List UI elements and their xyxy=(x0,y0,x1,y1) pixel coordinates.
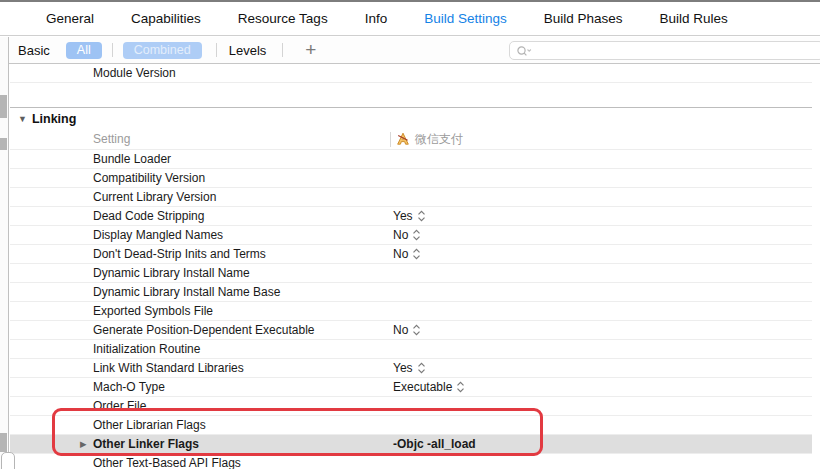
filter-basic-button[interactable]: Basic xyxy=(18,43,50,58)
table-row[interactable]: Don't Dead-Strip Inits and TermsNo xyxy=(10,245,812,264)
setting-name: Don't Dead-Strip Inits and Terms xyxy=(93,247,266,261)
table-row[interactable]: Order File xyxy=(10,397,812,416)
stepper-icon[interactable] xyxy=(417,362,426,374)
filter-all-button[interactable]: All xyxy=(66,42,102,59)
tab-build-settings[interactable]: Build Settings xyxy=(424,11,507,26)
target-name: 微信支付 xyxy=(415,131,463,148)
tab-capabilities[interactable]: Capabilities xyxy=(131,11,201,26)
column-header-setting[interactable]: Setting xyxy=(93,129,130,149)
tab-general[interactable]: General xyxy=(46,11,94,26)
tab-info[interactable]: Info xyxy=(365,11,388,26)
filter-divider xyxy=(112,43,113,57)
table-row[interactable]: Compatibility Version xyxy=(10,169,812,188)
setting-name: Compatibility Version xyxy=(93,171,205,185)
setting-name: Other Linker Flags xyxy=(93,437,199,451)
setting-name: Dead Code Stripping xyxy=(93,209,204,223)
search-icon xyxy=(516,45,532,57)
xcode-project-icon xyxy=(396,132,410,146)
setting-name: Other Text-Based API Flags xyxy=(93,456,241,469)
setting-name: Current Library Version xyxy=(93,190,216,204)
navigator-edge-strip xyxy=(0,37,9,469)
table-row[interactable]: Exported Symbols File xyxy=(10,302,812,321)
setting-value[interactable]: Yes xyxy=(393,359,426,377)
setting-value[interactable]: No xyxy=(393,321,421,339)
filter-divider xyxy=(216,43,217,57)
build-settings-table: Module Version ▼ Linking Setting 微信支付 Bu… xyxy=(10,65,812,469)
setting-value[interactable]: No xyxy=(393,226,421,244)
setting-name: Module Version xyxy=(93,66,176,80)
setting-name: Generate Position-Dependent Executable xyxy=(93,323,314,337)
disclosure-triangle-icon[interactable]: ▶ xyxy=(80,435,87,453)
scrollbar-thumb[interactable] xyxy=(0,433,7,452)
setting-value[interactable]: Yes xyxy=(393,207,426,225)
table-row[interactable]: Generate Position-Dependent ExecutableNo xyxy=(10,321,812,340)
setting-name: Dynamic Library Install Name Base xyxy=(93,285,280,299)
project-editor-tabbar: GeneralCapabilitiesResource TagsInfoBuil… xyxy=(0,2,820,36)
tab-resource-tags[interactable]: Resource Tags xyxy=(238,11,328,26)
filter-divider xyxy=(282,43,283,57)
search-field[interactable] xyxy=(509,41,820,60)
setting-name: Mach-O Type xyxy=(93,380,165,394)
setting-value[interactable]: No xyxy=(393,245,421,263)
table-row[interactable]: Dynamic Library Install Name xyxy=(10,264,812,283)
section-header-linking[interactable]: ▼ Linking xyxy=(10,108,812,129)
setting-value-text: No xyxy=(393,321,408,339)
setting-name: Initialization Routine xyxy=(93,342,200,356)
table-row[interactable]: ▶Other Linker Flags-Objc -all_load xyxy=(10,435,812,454)
section-title: Linking xyxy=(32,112,76,126)
add-build-setting-button[interactable]: + xyxy=(305,42,316,58)
column-divider xyxy=(390,132,391,147)
setting-name: Dynamic Library Install Name xyxy=(93,266,250,280)
filter-combined-button[interactable]: Combined xyxy=(123,42,202,59)
setting-value[interactable]: -Objc -all_load xyxy=(393,435,476,453)
setting-name: Link With Standard Libraries xyxy=(93,361,244,375)
build-settings-filter-bar: Basic All Combined Levels + xyxy=(0,37,820,64)
setting-value-text: No xyxy=(393,226,408,244)
stepper-icon[interactable] xyxy=(412,324,421,336)
scrollbar-thumb[interactable] xyxy=(0,138,7,150)
stepper-icon[interactable] xyxy=(417,210,426,222)
setting-value-text: Yes xyxy=(393,359,413,377)
column-header-target[interactable]: 微信支付 xyxy=(390,129,463,149)
table-row[interactable]: Initialization Routine xyxy=(10,340,812,359)
table-row[interactable]: Current Library Version xyxy=(10,188,812,207)
setting-name: Exported Symbols File xyxy=(93,304,213,318)
section-gap xyxy=(10,83,812,108)
table-row[interactable]: Other Text-Based API Flags xyxy=(10,454,812,469)
stepper-icon[interactable] xyxy=(412,229,421,241)
settings-rows: Bundle LoaderCompatibility VersionCurren… xyxy=(10,150,812,469)
panel-corner xyxy=(1,452,15,469)
table-row[interactable]: Module Version xyxy=(10,65,812,83)
scrollbar-thumb[interactable] xyxy=(0,95,7,118)
table-row[interactable]: Other Librarian Flags xyxy=(10,416,812,435)
setting-value[interactable]: Executable xyxy=(393,378,465,396)
stepper-icon[interactable] xyxy=(456,381,465,393)
setting-value-text: Yes xyxy=(393,207,413,225)
setting-name: Other Librarian Flags xyxy=(93,418,206,432)
table-row[interactable]: Dynamic Library Install Name Base xyxy=(10,283,812,302)
table-row[interactable]: Link With Standard LibrariesYes xyxy=(10,359,812,378)
triangle-down-icon[interactable]: ▼ xyxy=(18,114,27,124)
setting-name: Order File xyxy=(93,399,146,413)
setting-name: Display Mangled Names xyxy=(93,228,223,242)
table-column-headers: Setting 微信支付 xyxy=(10,129,812,150)
tab-build-rules[interactable]: Build Rules xyxy=(660,11,728,26)
setting-name: Bundle Loader xyxy=(93,152,171,166)
setting-value-text: Executable xyxy=(393,378,452,396)
search-input[interactable] xyxy=(532,43,820,59)
table-row[interactable]: Dead Code StrippingYes xyxy=(10,207,812,226)
table-row[interactable]: Bundle Loader xyxy=(10,150,812,169)
stepper-icon[interactable] xyxy=(412,248,421,260)
tab-build-phases[interactable]: Build Phases xyxy=(544,11,623,26)
table-row[interactable]: Display Mangled NamesNo xyxy=(10,226,812,245)
table-row[interactable]: Mach-O TypeExecutable xyxy=(10,378,812,397)
filter-levels-button[interactable]: Levels xyxy=(229,43,267,58)
setting-value-text: No xyxy=(393,245,408,263)
setting-value-text: -Objc -all_load xyxy=(393,435,476,453)
